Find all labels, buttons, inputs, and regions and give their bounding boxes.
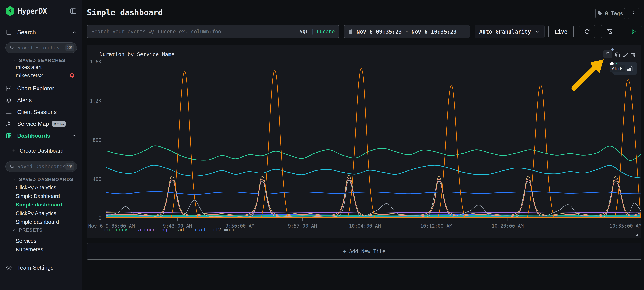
chevron-down-icon bbox=[12, 228, 16, 232]
page-title: Simple dashboard bbox=[87, 8, 163, 17]
more-options-button[interactable] bbox=[628, 8, 639, 19]
search-section-label: Search bbox=[17, 29, 72, 36]
alert-bell-icon bbox=[69, 72, 75, 78]
trash-icon bbox=[630, 52, 636, 58]
sidebar-item-client-sessions[interactable]: Client Sessions bbox=[0, 106, 82, 117]
tag-icon bbox=[597, 11, 603, 16]
bell-icon bbox=[5, 97, 12, 104]
saved-dashboard-item[interactable]: ClickPy Analytics bbox=[0, 209, 82, 218]
date-range-value: Nov 6 09:35:23 - Nov 6 10:35:23 bbox=[356, 29, 457, 35]
svg-text:10:35:00 AM: 10:35:00 AM bbox=[610, 223, 642, 229]
svg-text:9:57:00 AM: 9:57:00 AM bbox=[288, 223, 317, 229]
sidebar-divider bbox=[0, 38, 82, 38]
saved-dashboard-item-active[interactable]: Simple dashboard bbox=[0, 200, 82, 209]
chart-explorer-icon bbox=[5, 85, 12, 92]
tile-duplicate-button[interactable] bbox=[614, 51, 622, 59]
saved-dashboards-input[interactable] bbox=[17, 164, 66, 170]
hyperdx-logo-icon bbox=[5, 6, 15, 16]
tags-button[interactable]: 0 Tags bbox=[595, 8, 625, 19]
svg-text:1.2K: 1.2K bbox=[90, 98, 102, 104]
sidebar-item-service-map[interactable]: Service Map BETA bbox=[0, 118, 82, 129]
svg-text:10:12:00 AM: 10:12:00 AM bbox=[420, 223, 452, 229]
granularity-select[interactable]: Auto Granularity bbox=[475, 25, 544, 38]
filter-button[interactable] bbox=[601, 25, 618, 38]
tile-delete-button[interactable] bbox=[629, 51, 637, 59]
preset-item-services[interactable]: Services bbox=[0, 237, 82, 245]
legend-more-link[interactable]: +12 more bbox=[212, 227, 236, 232]
sidebar-item-alerts[interactable]: Alerts bbox=[0, 95, 82, 106]
service-map-icon bbox=[5, 120, 12, 127]
svg-text:800: 800 bbox=[93, 137, 102, 143]
svg-text:10:04:00 AM: 10:04:00 AM bbox=[349, 223, 381, 229]
saved-searches-input[interactable] bbox=[17, 45, 66, 51]
run-query-button[interactable] bbox=[625, 25, 642, 38]
refresh-button[interactable] bbox=[579, 25, 595, 38]
presets-header[interactable]: PRESETS bbox=[0, 227, 82, 233]
legend-item-cart[interactable]: —cart bbox=[190, 227, 206, 232]
date-range-picker[interactable]: Nov 6 09:35:23 - Nov 6 10:35:23 bbox=[344, 25, 470, 38]
legend-item-accounting[interactable]: —accounting bbox=[134, 227, 167, 232]
chevron-down-icon bbox=[535, 29, 540, 34]
live-button[interactable]: Live bbox=[548, 25, 574, 38]
shortcut-badge: ⌘K bbox=[66, 44, 74, 51]
sql-toggle[interactable]: SQL bbox=[300, 29, 308, 35]
hyperdx-app: HyperDX Search ⌘K SAVED SEARCHES bbox=[0, 0, 644, 290]
sidebar-item-chart-explorer[interactable]: Chart Explorer bbox=[0, 83, 82, 94]
saved-search-item[interactable]: mikes tets2 bbox=[0, 71, 82, 80]
chevron-down-icon bbox=[12, 58, 16, 63]
saved-dashboard-item[interactable]: Simple dashboard bbox=[0, 218, 82, 226]
svg-text:400: 400 bbox=[93, 176, 102, 182]
chevron-up-icon[interactable] bbox=[72, 30, 77, 35]
saved-searches-search[interactable]: ⌘K bbox=[5, 43, 77, 53]
sidebar-item-dashboards[interactable]: Dashboards bbox=[0, 130, 82, 141]
preset-item-kubernetes[interactable]: Kubernetes bbox=[0, 245, 82, 254]
granularity-value: Auto Granularity bbox=[479, 29, 535, 35]
event-search-input[interactable] bbox=[92, 29, 300, 35]
dashboard-tile: Duration by Service Name Alerts 04008001… bbox=[87, 45, 642, 238]
logo[interactable]: HyperDX bbox=[0, 6, 82, 16]
app-title: HyperDX bbox=[18, 7, 47, 15]
search-icon bbox=[10, 45, 15, 50]
sidebar-item-team-settings[interactable]: Team Settings bbox=[0, 262, 82, 273]
legend-item-ad[interactable]: —ad bbox=[173, 227, 184, 232]
search-section-icon bbox=[5, 29, 12, 36]
shortcut-badge: ⌘K bbox=[66, 163, 74, 170]
sidebar-item-search[interactable]: Search bbox=[0, 28, 82, 37]
chevron-up-icon[interactable] bbox=[72, 133, 77, 138]
query-language-toggle: SQL | Lucene bbox=[300, 29, 335, 35]
tile-resize-handle[interactable] bbox=[634, 232, 638, 237]
pencil-icon bbox=[622, 52, 628, 58]
lucene-toggle[interactable]: Lucene bbox=[317, 29, 335, 35]
refresh-icon bbox=[584, 28, 590, 35]
play-icon bbox=[630, 28, 636, 35]
duration-chart[interactable]: 04008001.2K1.6KNov 6 9:35:00 AM9:43:00 A… bbox=[87, 58, 642, 230]
laptop-icon bbox=[5, 108, 12, 116]
chart-legend: —currency —accounting —ad —cart +12 more bbox=[100, 227, 236, 232]
create-dashboard-button[interactable]: Create Dashboard bbox=[0, 147, 82, 155]
svg-text:10:20:00 AM: 10:20:00 AM bbox=[492, 223, 524, 229]
tile-title: Duration by Service Name bbox=[100, 51, 174, 57]
sidebar: HyperDX Search ⌘K SAVED SEARCHES bbox=[0, 0, 82, 290]
search-icon bbox=[10, 164, 15, 169]
bell-icon bbox=[605, 51, 610, 57]
legend-item-currency[interactable]: —currency bbox=[100, 227, 127, 232]
beta-badge: BETA bbox=[52, 121, 66, 126]
saved-dashboards-search[interactable]: ⌘K bbox=[5, 161, 77, 172]
saved-search-item[interactable]: mikes alert bbox=[0, 63, 82, 71]
saved-dashboard-item[interactable]: Simple Dashboard bbox=[0, 192, 82, 200]
event-search-bar[interactable]: SQL | Lucene bbox=[87, 25, 339, 38]
gear-icon bbox=[5, 264, 12, 271]
add-new-tile-button[interactable]: + Add New Tile bbox=[87, 243, 642, 259]
filter-edit-icon bbox=[606, 28, 613, 35]
kebab-icon bbox=[630, 11, 636, 16]
sidebar-collapse-icon[interactable] bbox=[69, 7, 78, 16]
tile-edit-button[interactable] bbox=[622, 51, 629, 59]
saved-searches-header[interactable]: SAVED SEARCHES bbox=[0, 58, 82, 63]
copy-icon bbox=[615, 52, 620, 58]
dashboards-icon bbox=[5, 132, 12, 139]
saved-dashboards-header[interactable]: SAVED DASHBOARDS bbox=[0, 177, 82, 182]
chevron-down-icon bbox=[12, 178, 16, 182]
saved-dashboard-item[interactable]: ClickPy Analytics bbox=[0, 183, 82, 192]
calendar-icon bbox=[348, 29, 353, 34]
svg-text:1.6K: 1.6K bbox=[90, 59, 102, 65]
